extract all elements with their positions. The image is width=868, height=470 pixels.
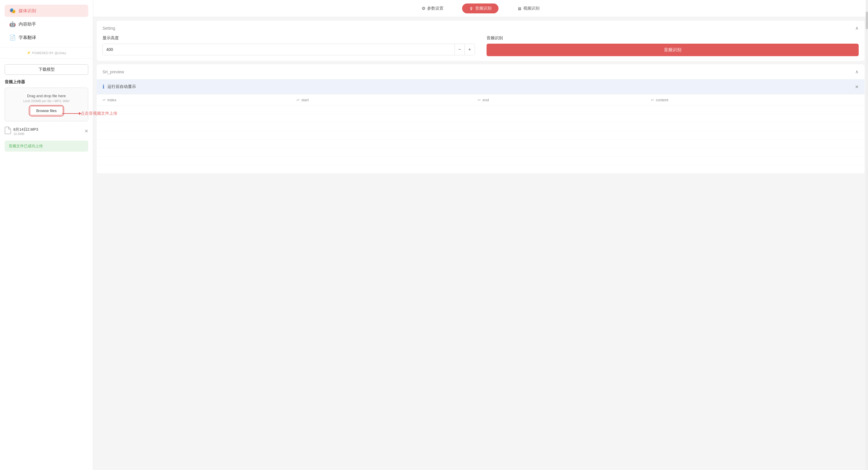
- srt-panel: Srt_preview ∧ ℹ 运行后自动显示 ✕ ⇌ index: [97, 64, 865, 173]
- setting-panel: Setting ∧ 显示高度 − + 音频识别 音频识别: [97, 21, 865, 61]
- setting-panel-title: Setting: [102, 26, 115, 31]
- table-row: [97, 140, 865, 148]
- filter-icon-index: ⇌: [102, 98, 106, 102]
- media-icon: 🎭: [9, 7, 16, 14]
- file-remove-button[interactable]: ✕: [85, 129, 88, 134]
- sidebar-item-subtitle-label: 字幕翻译: [19, 35, 36, 40]
- table-row: [97, 123, 865, 131]
- upload-dropzone[interactable]: Drag and drop file here Limit 200MB per …: [5, 88, 88, 121]
- filter-icon-end: ⇌: [477, 98, 481, 102]
- powered-by: ⚡ POWERED BY @o3sky: [0, 47, 93, 59]
- tab-settings[interactable]: ⚙ 参数设置: [415, 3, 451, 13]
- tab-audio[interactable]: 🎙 音频识别: [462, 3, 498, 13]
- upload-success-banner: 音频文件已成功上传: [5, 141, 88, 152]
- col-index: ⇌ index: [97, 94, 290, 106]
- srt-table-header-row: ⇌ index ⇌ start ⇌ end: [97, 94, 865, 106]
- display-height-input[interactable]: [103, 44, 455, 55]
- table-row: [97, 114, 865, 123]
- filter-icon-content: ⇌: [651, 98, 654, 102]
- sidebar-item-subtitle[interactable]: 📄 字幕翻译: [5, 31, 88, 44]
- setting-row: 显示高度 − + 音频识别 音频识别: [102, 35, 859, 56]
- arrow-line: [62, 113, 80, 114]
- content-icon: 🤖: [9, 21, 16, 27]
- table-row: [97, 148, 865, 157]
- srt-panel-header[interactable]: Srt_preview ∧: [97, 64, 865, 79]
- col-index-label: index: [107, 98, 117, 102]
- sidebar-item-content-label: 内容助手: [19, 22, 36, 27]
- audio-icon: 🎙: [469, 6, 473, 11]
- file-name: 8月14日2.MP3: [13, 127, 82, 132]
- upload-section-title: 音频上传器: [5, 79, 88, 85]
- srt-panel-toggle-icon[interactable]: ∧: [855, 69, 859, 74]
- browse-files-container: Browse files 点击音视频文件上传: [30, 106, 63, 115]
- display-height-col: 显示高度 − +: [102, 35, 475, 55]
- info-text: 运行后自动显示: [107, 84, 852, 89]
- file-size: 16.8MB: [13, 132, 82, 136]
- settings-icon: ⚙: [422, 6, 426, 11]
- info-banner: ℹ 运行后自动显示 ✕: [97, 79, 865, 94]
- scrollbar-thumb[interactable]: [866, 12, 868, 29]
- table-row: [97, 106, 865, 114]
- setting-panel-header[interactable]: Setting ∧: [102, 25, 859, 31]
- audio-recognize-label: 音频识别: [487, 35, 859, 41]
- table-row: [97, 131, 865, 140]
- sidebar-item-content[interactable]: 🤖 内容助手: [5, 18, 88, 30]
- display-height-label: 显示高度: [102, 35, 475, 41]
- info-icon: ℹ: [102, 83, 104, 90]
- col-content-label: content: [656, 98, 668, 102]
- video-icon: 🖥: [517, 6, 522, 11]
- col-start-label: start: [301, 98, 309, 102]
- col-content: ⇌ content: [645, 94, 865, 106]
- top-tabs: ⚙ 参数设置 🎙 音频识别 🖥 视频识别: [93, 0, 868, 17]
- tab-video-label: 视频识别: [523, 6, 539, 11]
- audio-recognize-button[interactable]: 音频识别: [487, 44, 859, 56]
- number-input-row: − +: [102, 44, 475, 55]
- srt-table: ⇌ index ⇌ start ⇌ end: [97, 94, 865, 173]
- right-scrollbar[interactable]: [866, 0, 868, 470]
- file-icon: [5, 127, 11, 136]
- srt-panel-title: Srt_preview: [102, 70, 124, 74]
- main-content: ⚙ 参数设置 🎙 音频识别 🖥 视频识别 Setting ∧ 显示高度 − +: [93, 0, 868, 470]
- setting-panel-toggle-icon[interactable]: ∧: [855, 25, 859, 31]
- col-start: ⇌ start: [290, 94, 472, 106]
- table-row: [97, 157, 865, 165]
- table-row: [97, 165, 865, 173]
- tab-settings-label: 参数设置: [427, 6, 443, 11]
- browse-files-button[interactable]: Browse files: [30, 106, 63, 115]
- col-end: ⇌ end: [472, 94, 645, 106]
- download-model-button[interactable]: 下载模型: [5, 64, 88, 75]
- tab-video[interactable]: 🖥 视频识别: [510, 3, 547, 13]
- lightning-icon: ⚡: [27, 51, 31, 55]
- increment-button[interactable]: +: [464, 44, 474, 55]
- srt-table-header: ⇌ index ⇌ start ⇌ end: [97, 94, 865, 106]
- sidebar-item-media[interactable]: 🎭 媒体识别: [5, 5, 88, 17]
- upload-section: 音频上传器 Drag and drop file here Limit 200M…: [0, 79, 93, 152]
- col-end-label: end: [483, 98, 489, 102]
- srt-table-body: [97, 106, 865, 173]
- drag-drop-text: Drag and drop file here: [10, 94, 83, 98]
- file-item: 8月14日2.MP3 16.8MB ✕: [5, 125, 88, 138]
- info-close-button[interactable]: ✕: [855, 84, 859, 90]
- audio-recognize-col: 音频识别 音频识别: [487, 35, 859, 56]
- file-info: 8月14日2.MP3 16.8MB: [13, 127, 82, 136]
- filter-icon-start: ⇌: [297, 98, 300, 102]
- sidebar-item-media-label: 媒体识别: [19, 8, 36, 14]
- tab-audio-label: 音频识别: [475, 6, 492, 11]
- decrement-button[interactable]: −: [455, 44, 464, 55]
- sidebar-nav: 🎭 媒体识别 🤖 内容助手 📄 字幕翻译: [0, 5, 93, 45]
- limit-text: Limit 200MB per file • MP3, WAV: [10, 99, 83, 103]
- subtitle-icon: 📄: [9, 34, 16, 41]
- sidebar: 🎭 媒体识别 🤖 内容助手 📄 字幕翻译 ⚡ POWERED BY @o3sky…: [0, 0, 93, 470]
